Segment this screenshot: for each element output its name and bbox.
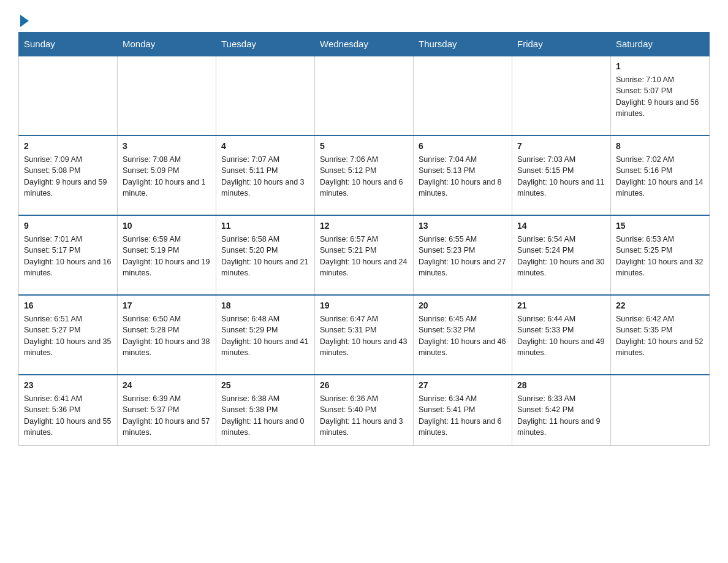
calendar-day-cell: 23Sunrise: 6:41 AMSunset: 5:36 PMDayligh… — [19, 375, 118, 445]
day-number: 13 — [419, 220, 507, 232]
day-of-week-header: Saturday — [611, 33, 710, 56]
day-info: Sunrise: 7:03 AMSunset: 5:15 PMDaylight:… — [517, 154, 605, 199]
calendar-day-cell: 19Sunrise: 6:47 AMSunset: 5:31 PMDayligh… — [315, 295, 414, 375]
day-info: Sunrise: 6:53 AMSunset: 5:25 PMDaylight:… — [616, 234, 704, 278]
calendar-day-cell: 27Sunrise: 6:34 AMSunset: 5:41 PMDayligh… — [414, 375, 512, 445]
day-info: Sunrise: 6:44 AMSunset: 5:33 PMDaylight:… — [517, 313, 605, 358]
day-info: Sunrise: 6:48 AMSunset: 5:29 PMDaylight:… — [221, 313, 309, 358]
day-number: 24 — [123, 379, 211, 391]
calendar-day-cell: 2Sunrise: 7:09 AMSunset: 5:08 PMDaylight… — [19, 136, 118, 215]
calendar-week-row: 23Sunrise: 6:41 AMSunset: 5:36 PMDayligh… — [19, 375, 710, 445]
calendar-table: SundayMondayTuesdayWednesdayThursdayFrid… — [18, 32, 710, 446]
calendar-day-cell — [315, 56, 414, 136]
day-info: Sunrise: 6:39 AMSunset: 5:37 PMDaylight:… — [123, 393, 211, 438]
calendar-day-cell — [512, 56, 611, 136]
calendar-day-cell: 16Sunrise: 6:51 AMSunset: 5:27 PMDayligh… — [19, 295, 118, 375]
calendar-day-cell: 22Sunrise: 6:42 AMSunset: 5:35 PMDayligh… — [611, 295, 710, 375]
day-info: Sunrise: 6:42 AMSunset: 5:35 PMDaylight:… — [616, 313, 704, 358]
calendar-day-cell: 24Sunrise: 6:39 AMSunset: 5:37 PMDayligh… — [118, 375, 216, 445]
day-number: 27 — [419, 379, 507, 391]
calendar-day-cell: 18Sunrise: 6:48 AMSunset: 5:29 PMDayligh… — [216, 295, 315, 375]
day-number: 25 — [221, 379, 309, 391]
day-number: 10 — [123, 220, 211, 232]
day-number: 15 — [616, 220, 704, 232]
calendar-week-row: 16Sunrise: 6:51 AMSunset: 5:27 PMDayligh… — [19, 295, 710, 375]
calendar-week-row: 1Sunrise: 7:10 AMSunset: 5:07 PMDaylight… — [19, 56, 710, 136]
day-info: Sunrise: 6:58 AMSunset: 5:20 PMDaylight:… — [221, 234, 309, 278]
day-number: 5 — [320, 140, 408, 152]
day-number: 3 — [123, 140, 211, 152]
day-info: Sunrise: 7:10 AMSunset: 5:07 PMDaylight:… — [616, 74, 704, 119]
day-info: Sunrise: 6:57 AMSunset: 5:21 PMDaylight:… — [320, 234, 408, 278]
calendar-day-cell: 7Sunrise: 7:03 AMSunset: 5:15 PMDaylight… — [512, 136, 611, 215]
calendar-week-row: 9Sunrise: 7:01 AMSunset: 5:17 PMDaylight… — [19, 215, 710, 295]
day-number: 23 — [24, 379, 112, 391]
calendar-day-cell — [118, 56, 216, 136]
calendar-day-cell — [414, 56, 512, 136]
day-of-week-header: Sunday — [19, 33, 118, 56]
calendar-day-cell — [19, 56, 118, 136]
day-info: Sunrise: 6:54 AMSunset: 5:24 PMDaylight:… — [517, 234, 605, 278]
calendar-day-cell: 11Sunrise: 6:58 AMSunset: 5:20 PMDayligh… — [216, 215, 315, 295]
day-info: Sunrise: 6:59 AMSunset: 5:19 PMDaylight:… — [123, 234, 211, 278]
day-number: 20 — [419, 299, 507, 312]
day-number: 22 — [616, 299, 704, 312]
day-info: Sunrise: 7:09 AMSunset: 5:08 PMDaylight:… — [24, 154, 112, 199]
day-info: Sunrise: 6:50 AMSunset: 5:28 PMDaylight:… — [123, 313, 211, 358]
calendar-day-cell: 25Sunrise: 6:38 AMSunset: 5:38 PMDayligh… — [216, 375, 315, 445]
calendar-day-cell: 21Sunrise: 6:44 AMSunset: 5:33 PMDayligh… — [512, 295, 611, 375]
day-info: Sunrise: 7:06 AMSunset: 5:12 PMDaylight:… — [320, 154, 408, 199]
day-of-week-header: Thursday — [414, 33, 512, 56]
calendar-day-cell: 1Sunrise: 7:10 AMSunset: 5:07 PMDaylight… — [611, 56, 710, 136]
day-number: 1 — [616, 60, 704, 72]
day-number: 9 — [24, 220, 112, 232]
day-info: Sunrise: 7:01 AMSunset: 5:17 PMDaylight:… — [24, 234, 112, 278]
day-of-week-header: Monday — [118, 33, 216, 56]
day-number: 8 — [616, 140, 704, 152]
logo — [18, 12, 29, 26]
calendar-day-cell: 8Sunrise: 7:02 AMSunset: 5:16 PMDaylight… — [611, 136, 710, 215]
day-info: Sunrise: 7:08 AMSunset: 5:09 PMDaylight:… — [123, 154, 211, 199]
day-info: Sunrise: 7:02 AMSunset: 5:16 PMDaylight:… — [616, 154, 704, 199]
day-info: Sunrise: 6:45 AMSunset: 5:32 PMDaylight:… — [419, 313, 507, 358]
day-number: 7 — [517, 140, 605, 152]
day-of-week-header: Wednesday — [315, 33, 414, 56]
calendar-day-cell: 14Sunrise: 6:54 AMSunset: 5:24 PMDayligh… — [512, 215, 611, 295]
calendar-day-cell — [216, 56, 315, 136]
calendar-day-cell — [611, 375, 710, 445]
calendar-day-cell: 13Sunrise: 6:55 AMSunset: 5:23 PMDayligh… — [414, 215, 512, 295]
day-number: 19 — [320, 299, 408, 312]
calendar-day-cell: 17Sunrise: 6:50 AMSunset: 5:28 PMDayligh… — [118, 295, 216, 375]
day-number: 26 — [320, 379, 408, 391]
calendar-header-row: SundayMondayTuesdayWednesdayThursdayFrid… — [19, 33, 710, 56]
day-number: 12 — [320, 220, 408, 232]
calendar-week-row: 2Sunrise: 7:09 AMSunset: 5:08 PMDaylight… — [19, 136, 710, 215]
day-number: 21 — [517, 299, 605, 312]
calendar-day-cell: 28Sunrise: 6:33 AMSunset: 5:42 PMDayligh… — [512, 375, 611, 445]
day-of-week-header: Friday — [512, 33, 611, 56]
day-number: 16 — [24, 299, 112, 312]
day-info: Sunrise: 6:51 AMSunset: 5:27 PMDaylight:… — [24, 313, 112, 358]
day-number: 17 — [123, 299, 211, 312]
page-header — [18, 12, 710, 26]
calendar-day-cell: 12Sunrise: 6:57 AMSunset: 5:21 PMDayligh… — [315, 215, 414, 295]
day-info: Sunrise: 6:55 AMSunset: 5:23 PMDaylight:… — [419, 234, 507, 278]
day-info: Sunrise: 6:38 AMSunset: 5:38 PMDaylight:… — [221, 393, 309, 438]
calendar-day-cell: 20Sunrise: 6:45 AMSunset: 5:32 PMDayligh… — [414, 295, 512, 375]
day-of-week-header: Tuesday — [216, 33, 315, 56]
day-number: 18 — [221, 299, 309, 312]
calendar-day-cell: 6Sunrise: 7:04 AMSunset: 5:13 PMDaylight… — [414, 136, 512, 215]
calendar-day-cell: 10Sunrise: 6:59 AMSunset: 5:19 PMDayligh… — [118, 215, 216, 295]
calendar-day-cell: 9Sunrise: 7:01 AMSunset: 5:17 PMDaylight… — [19, 215, 118, 295]
day-info: Sunrise: 6:33 AMSunset: 5:42 PMDaylight:… — [517, 393, 605, 438]
calendar-day-cell: 4Sunrise: 7:07 AMSunset: 5:11 PMDaylight… — [216, 136, 315, 215]
day-number: 28 — [517, 379, 605, 391]
day-number: 11 — [221, 220, 309, 232]
logo-arrow-icon — [20, 15, 29, 27]
day-number: 4 — [221, 140, 309, 152]
day-info: Sunrise: 6:47 AMSunset: 5:31 PMDaylight:… — [320, 313, 408, 358]
day-info: Sunrise: 7:07 AMSunset: 5:11 PMDaylight:… — [221, 154, 309, 199]
calendar-day-cell: 5Sunrise: 7:06 AMSunset: 5:12 PMDaylight… — [315, 136, 414, 215]
day-number: 2 — [24, 140, 112, 152]
calendar-day-cell: 3Sunrise: 7:08 AMSunset: 5:09 PMDaylight… — [118, 136, 216, 215]
